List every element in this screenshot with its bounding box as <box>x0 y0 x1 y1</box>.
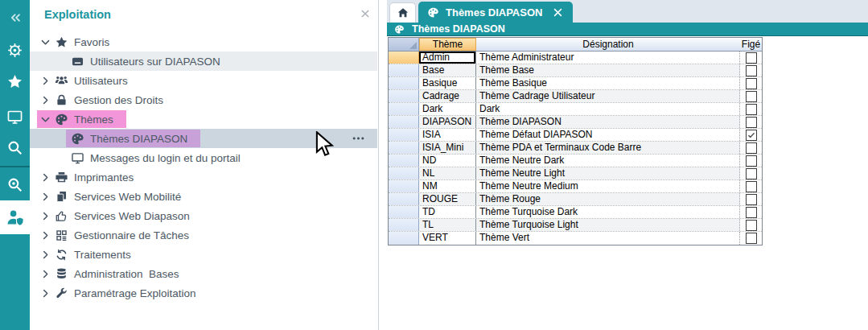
row-selector[interactable] <box>389 167 419 179</box>
rail-item-advanced-search[interactable] <box>0 167 30 201</box>
cell-theme[interactable]: Basique <box>419 77 476 89</box>
cell-theme[interactable]: ND <box>419 155 476 167</box>
fige-checkbox[interactable] <box>746 52 757 64</box>
fige-checkbox[interactable] <box>746 78 757 89</box>
row-selector[interactable] <box>389 77 419 89</box>
cell-theme[interactable]: TD <box>419 206 476 218</box>
row-actions-ellipsis-icon[interactable] <box>352 132 365 146</box>
cell-theme[interactable]: ISIA_Mini <box>419 142 476 154</box>
cell-designation[interactable]: Dark <box>476 103 740 115</box>
fige-checkbox[interactable] <box>746 104 757 115</box>
close-tab-icon[interactable] <box>552 6 564 19</box>
cell-designation[interactable]: Thème PDA et Terminaux Code Barre <box>476 142 740 154</box>
fige-checkbox[interactable] <box>746 220 757 231</box>
fige-checkbox[interactable] <box>746 130 757 141</box>
cell-designation[interactable]: Thème Cadrage Utilisateur <box>476 90 740 102</box>
tree-item-imprimantes[interactable]: Imprimantes <box>30 167 377 187</box>
fige-checkbox[interactable] <box>746 233 757 244</box>
tree-item-utilisateurs-sur-diapason[interactable]: Utilisateurs sur DIAPASON <box>30 52 377 71</box>
row-selector[interactable] <box>389 103 419 115</box>
cell-theme[interactable]: ISIA <box>419 129 476 141</box>
cell-designation[interactable]: Thème Base <box>476 64 740 76</box>
chevron-right-icon[interactable] <box>39 171 51 184</box>
row-selector[interactable] <box>389 232 419 245</box>
row-selector[interactable] <box>389 52 419 64</box>
cell-designation[interactable]: Thème Basique <box>476 77 740 89</box>
rail-item-settings[interactable] <box>0 33 30 67</box>
tree-item-gestionnaire-de-taches[interactable]: Gestionnaire de Tâches <box>30 225 377 245</box>
fige-checkbox[interactable] <box>746 207 757 218</box>
cell-designation[interactable]: Thème Vert <box>476 232 740 245</box>
cell-theme[interactable]: VERT <box>419 232 476 245</box>
fige-checkbox[interactable] <box>746 91 757 102</box>
rail-item-search[interactable] <box>0 130 30 164</box>
fige-checkbox[interactable] <box>746 168 757 179</box>
tree-item-administration-bases[interactable]: Administration Bases <box>30 264 377 283</box>
cell-theme[interactable]: TL <box>419 219 476 231</box>
cell-designation[interactable]: Thème Neutre Light <box>476 167 740 179</box>
chevron-right-icon[interactable] <box>39 75 51 87</box>
chevron-down-icon[interactable] <box>39 113 51 126</box>
cell-designation[interactable]: Thème DIAPASON <box>476 116 740 128</box>
cell-designation[interactable]: Thème Neutre Dark <box>476 155 740 167</box>
row-selector[interactable] <box>389 129 419 141</box>
chevron-down-icon[interactable] <box>39 36 51 48</box>
cell-theme[interactable]: NM <box>419 180 476 192</box>
tree-item-parametrage-exploitation[interactable]: Paramétrage Exploitation <box>30 283 377 303</box>
row-selector[interactable] <box>389 90 419 102</box>
column-header-designation[interactable]: Désignation <box>476 38 740 51</box>
cell-designation[interactable]: Thème Turquoise Light <box>476 219 740 231</box>
cell-designation[interactable]: Thème Défaut DIAPASON <box>476 129 740 141</box>
chevron-right-icon[interactable] <box>39 94 51 106</box>
tree-item-favoris[interactable]: Favoris <box>30 32 377 52</box>
chevron-right-icon[interactable] <box>39 191 51 203</box>
rail-item-collapse-panel[interactable] <box>0 1 30 35</box>
cell-theme[interactable]: ROUGE <box>419 193 476 205</box>
chevron-right-icon[interactable] <box>39 287 51 299</box>
tree-item-services-web-mobilite[interactable]: Services Web Mobilité <box>30 187 377 206</box>
fige-checkbox[interactable] <box>746 117 757 128</box>
tree-item-themes-diapason[interactable]: Thèmes DIAPASON <box>30 129 377 148</box>
row-selector[interactable] <box>389 64 419 76</box>
row-selector[interactable] <box>389 155 419 167</box>
cell-designation[interactable]: Thème Neutre Medium <box>476 180 740 192</box>
tree-item-utilisateurs[interactable]: Utilisateurs <box>30 71 377 90</box>
cell-theme[interactable]: NL <box>419 167 476 179</box>
row-selector[interactable] <box>389 116 419 128</box>
row-selector[interactable] <box>389 193 419 205</box>
cell-theme[interactable]: Dark <box>419 103 476 115</box>
cell-designation[interactable]: Thème Rouge <box>476 193 740 205</box>
fige-checkbox[interactable] <box>746 181 757 192</box>
fige-checkbox[interactable] <box>746 142 757 154</box>
row-selector[interactable] <box>389 142 419 154</box>
tab-home[interactable] <box>389 2 416 23</box>
cell-theme[interactable]: Base <box>419 64 476 76</box>
fige-checkbox[interactable] <box>746 194 757 205</box>
fige-checkbox[interactable] <box>746 155 757 167</box>
cell-designation[interactable]: Thème Administrateur <box>476 52 740 64</box>
tree-item-services-web-diapason[interactable]: Services Web Diapason <box>30 206 377 225</box>
tree-item-messages-du-login-et-du-portail[interactable]: Messages du login et du portail <box>30 148 377 167</box>
chevron-right-icon[interactable] <box>39 268 51 280</box>
chevron-right-icon[interactable] <box>39 229 51 241</box>
rail-item-screens[interactable] <box>0 100 30 134</box>
tree-item-traitements[interactable]: Traitements <box>30 245 377 264</box>
tree-item-themes[interactable]: Thèmes <box>30 109 377 129</box>
tree-item-gestion-des-droits[interactable]: Gestion des Droits <box>30 90 377 109</box>
chevron-right-icon[interactable] <box>39 210 51 222</box>
cell-designation[interactable]: Thème Turquoise Dark <box>476 206 740 218</box>
rail-item-user-security[interactable] <box>0 200 30 234</box>
rail-item-favorites[interactable] <box>0 64 30 98</box>
select-all-corner-cell[interactable] <box>389 38 419 51</box>
tab-themes-diapason[interactable]: Thèmes DIAPASON <box>418 2 573 23</box>
column-header-fige[interactable]: Figé <box>740 38 762 51</box>
column-header-theme[interactable]: Thème <box>419 38 476 51</box>
cell-theme[interactable]: Admin <box>419 52 476 64</box>
chevron-right-icon[interactable] <box>39 249 51 261</box>
cell-theme[interactable]: Cadrage <box>419 90 476 102</box>
cell-theme[interactable]: DIAPASON <box>419 116 476 128</box>
close-panel-icon[interactable] <box>360 8 371 19</box>
fige-checkbox[interactable] <box>746 65 757 76</box>
row-selector[interactable] <box>389 206 419 218</box>
row-selector[interactable] <box>389 180 419 192</box>
